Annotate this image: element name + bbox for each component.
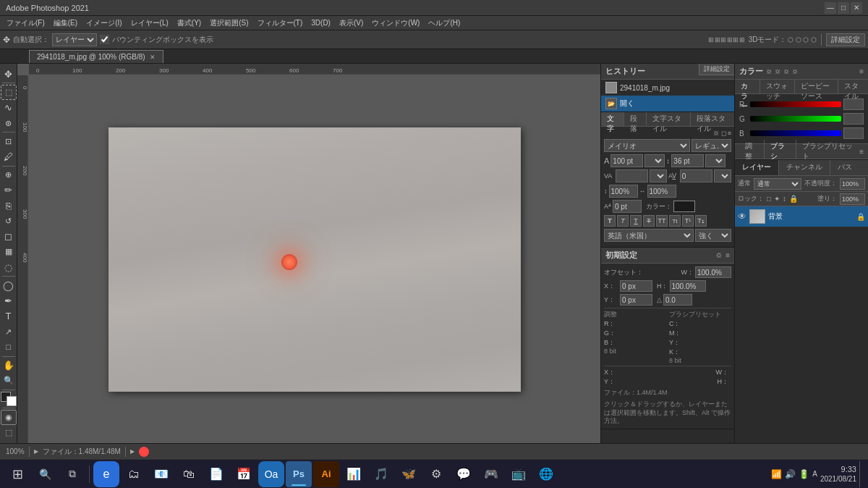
tab-close-icon[interactable]: ✕ xyxy=(150,54,156,61)
tab-paragraph[interactable]: 段落 xyxy=(624,112,647,126)
eraser-tool[interactable]: ◻ xyxy=(1,230,17,244)
color-icon2[interactable]: ⛭ xyxy=(775,68,781,75)
taskbar-store[interactable]: 🛍 xyxy=(176,461,202,487)
taskbar-outlook[interactable]: Oa xyxy=(258,461,284,487)
taskbar-app14[interactable]: 💬 xyxy=(451,461,477,487)
layers-tab-layers[interactable]: レイヤー xyxy=(735,160,779,175)
lock-icon4[interactable]: 🔒 xyxy=(789,195,798,203)
spot-heal-tool[interactable]: ⊕ xyxy=(1,168,17,182)
layers-tab-paths[interactable]: パス xyxy=(830,160,859,175)
crop-tool[interactable]: ⊡ xyxy=(1,134,17,148)
font-size-unit[interactable] xyxy=(644,154,665,167)
font-size-input[interactable] xyxy=(610,154,643,167)
char-panel-icon2[interactable]: ◻ xyxy=(721,130,726,137)
marquee-tool[interactable]: ⬚ xyxy=(1,85,17,99)
brush-tool[interactable]: ✏ xyxy=(1,183,17,198)
opacity-input[interactable] xyxy=(840,178,865,190)
history-brush-tool[interactable]: ↺ xyxy=(1,214,17,228)
color-swatches[interactable] xyxy=(1,392,17,406)
taskbar-sound-icon[interactable]: 🔊 xyxy=(785,469,796,479)
bold-button[interactable]: T xyxy=(604,215,616,227)
tab-color[interactable]: カラー xyxy=(735,80,760,93)
text-color-swatch[interactable] xyxy=(673,201,695,212)
small-caps-button[interactable]: Tt xyxy=(669,215,681,227)
history-item-2[interactable]: 📂 開く xyxy=(601,96,734,112)
vert-scale-input[interactable] xyxy=(609,185,638,198)
move-tool[interactable]: ✥ xyxy=(1,67,17,81)
path-select-tool[interactable]: ↗ xyxy=(1,324,17,339)
menu-edit[interactable]: 編集(E) xyxy=(50,17,81,30)
search-button[interactable]: 🔍 xyxy=(32,461,58,487)
brush-panel-menu[interactable]: ≡ xyxy=(859,148,864,156)
layer-visibility-icon[interactable]: 👁 xyxy=(738,211,746,222)
tab-styles[interactable]: スタイル xyxy=(838,80,868,93)
r-slider-bar[interactable] xyxy=(750,101,841,107)
b-value[interactable] xyxy=(843,127,864,139)
shape-tool[interactable]: □ xyxy=(1,340,17,354)
y-input[interactable] xyxy=(620,294,652,306)
underline-button[interactable]: T xyxy=(630,215,642,227)
baseline-input[interactable] xyxy=(613,200,642,213)
props-icon1[interactable]: ⛭ xyxy=(715,251,723,259)
h-input[interactable] xyxy=(670,280,706,292)
char-panel-icon1[interactable]: ⛭ xyxy=(713,130,720,137)
lasso-tool[interactable]: ∿ xyxy=(1,101,17,115)
layers-tab-channels[interactable]: チャンネル xyxy=(779,160,830,175)
taskbar-ai[interactable]: Ai xyxy=(313,461,339,487)
b-slider-bar[interactable] xyxy=(750,130,841,136)
eyedropper-tool[interactable]: 🖊 xyxy=(1,149,17,164)
quick-mask-tool[interactable]: ◉ xyxy=(1,410,17,424)
fill-input[interactable] xyxy=(840,193,865,205)
language-select[interactable]: 英語（米国） xyxy=(604,229,694,242)
close-button[interactable]: ✕ xyxy=(851,2,862,14)
x-input[interactable] xyxy=(620,280,652,292)
taskbar-lang[interactable]: A xyxy=(812,470,817,478)
layer-item[interactable]: 👁 背景 🔒 xyxy=(735,206,868,227)
taskbar-edge[interactable]: e xyxy=(93,461,119,487)
hand-tool[interactable]: ✋ xyxy=(1,358,17,373)
font-family-select[interactable]: メイリオ xyxy=(604,139,690,152)
caps-button[interactable]: TT xyxy=(656,215,668,227)
tab-para-style[interactable]: 段落スタイル xyxy=(691,112,734,126)
menu-filter[interactable]: フィルター(T) xyxy=(254,17,307,30)
color-panel-menu[interactable]: ≡ xyxy=(859,67,864,75)
tab-char-style[interactable]: 文字スタイル xyxy=(647,112,691,126)
leading-unit[interactable] xyxy=(705,154,726,167)
menu-window[interactable]: ウィンドウ(W) xyxy=(368,17,423,30)
start-button[interactable]: ⊞ xyxy=(4,461,30,487)
props-icon2[interactable]: ≡ xyxy=(726,251,730,259)
color-icon1[interactable]: ⛭ xyxy=(766,68,773,75)
taskbar-calendar[interactable]: 📅 xyxy=(231,461,257,487)
taskbar-app13[interactable]: ⚙ xyxy=(423,461,449,487)
taskbar-clock[interactable]: 9:33 2021/08/21 xyxy=(820,464,856,484)
dodge-tool[interactable]: ◯ xyxy=(1,278,17,293)
auto-select-dropdown[interactable]: レイヤー xyxy=(52,33,97,46)
angle-input[interactable] xyxy=(663,294,692,306)
char-panel-icon3[interactable]: ≡ xyxy=(728,130,731,137)
g-slider-bar[interactable] xyxy=(750,116,841,122)
va-unit[interactable] xyxy=(650,169,667,182)
strikethrough-button[interactable]: T xyxy=(643,215,655,227)
show-desktop-button[interactable] xyxy=(859,461,864,487)
taskbar-app12[interactable]: 🦋 xyxy=(396,461,422,487)
taskbar-app16[interactable]: 📺 xyxy=(506,461,532,487)
minimize-button[interactable]: — xyxy=(825,2,836,14)
menu-image[interactable]: イメージ(I) xyxy=(82,17,125,30)
screen-mode-tool[interactable]: ⬚ xyxy=(1,426,17,440)
background-color[interactable] xyxy=(7,396,17,406)
menu-file[interactable]: ファイル(F) xyxy=(3,17,48,30)
tab-swatches[interactable]: スウォッチ xyxy=(760,80,795,93)
zoom-tool[interactable]: 🔍 xyxy=(1,374,17,388)
taskbar-network-icon[interactable]: 📶 xyxy=(771,469,782,479)
bounding-box-checkbox[interactable] xyxy=(100,35,109,44)
text-tool[interactable]: T xyxy=(1,309,17,324)
gradient-tool[interactable]: ▦ xyxy=(1,245,17,259)
menu-format[interactable]: 書式(Y) xyxy=(174,17,205,30)
quick-select-tool[interactable]: ⊛ xyxy=(1,116,17,130)
pen-tool[interactable]: ✒ xyxy=(1,294,17,308)
settings-button[interactable]: 詳細設定 xyxy=(826,33,865,46)
sub-button[interactable]: T₁ xyxy=(695,215,707,227)
italic-button[interactable]: T xyxy=(617,215,629,227)
tab-character[interactable]: 文字 xyxy=(601,112,624,126)
color-icon4[interactable]: ⛭ xyxy=(792,68,799,75)
